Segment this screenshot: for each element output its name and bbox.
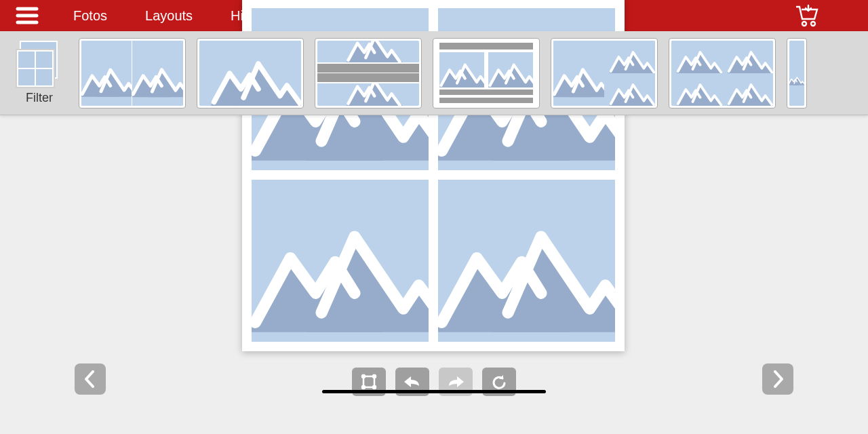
page-next-button[interactable]	[762, 363, 793, 395]
nav-item-fotos[interactable]: Fotos	[54, 0, 126, 31]
layout-thumb-4[interactable]	[433, 38, 540, 108]
svg-point-9	[373, 375, 376, 378]
svg-rect-7	[363, 376, 374, 387]
filter-icon	[16, 41, 63, 88]
nav-item-layouts[interactable]: Layouts	[126, 0, 212, 31]
svg-point-10	[362, 386, 365, 389]
home-indicator	[322, 390, 546, 393]
page-prev-button[interactable]	[75, 363, 106, 395]
filter-button[interactable]: Filter	[7, 41, 72, 105]
layout-thumb-5[interactable]	[551, 38, 658, 108]
layout-thumbs	[79, 38, 868, 108]
canvas-area	[0, 115, 868, 434]
layout-thumb-3[interactable]	[315, 38, 422, 108]
photo-slot-3[interactable]	[252, 180, 429, 342]
svg-point-5	[802, 22, 806, 26]
layout-thumb-7[interactable]	[787, 38, 807, 108]
layout-thumb-6[interactable]	[669, 38, 776, 108]
cart-icon[interactable]	[795, 4, 821, 30]
filter-label: Filter	[26, 91, 53, 105]
menu-icon[interactable]	[0, 6, 54, 25]
layouts-bar: Filter	[0, 31, 868, 115]
photo-slot-4[interactable]	[438, 180, 615, 342]
layout-thumb-2[interactable]	[197, 38, 304, 108]
svg-point-11	[373, 386, 376, 389]
svg-point-6	[811, 22, 815, 26]
svg-point-8	[362, 375, 365, 378]
layout-thumb-1[interactable]	[79, 38, 186, 108]
